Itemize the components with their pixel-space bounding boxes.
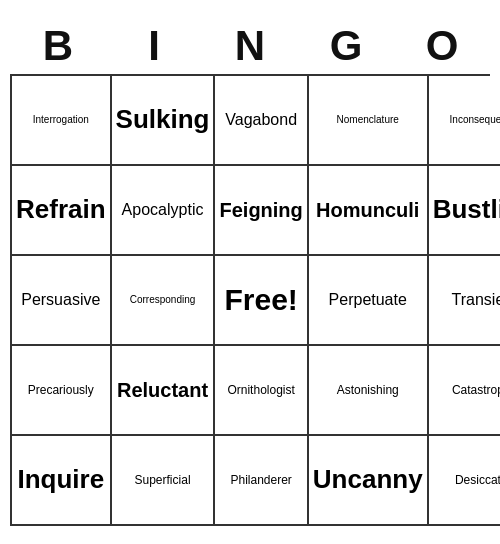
bingo-cell: Homunculi <box>309 166 429 256</box>
bingo-grid: InterrogationSulkingVagabondNomenclature… <box>10 74 490 526</box>
cell-text: Interrogation <box>33 114 89 126</box>
cell-text: Feigning <box>219 198 302 222</box>
cell-text: Ornithologist <box>227 383 294 397</box>
bingo-letter: I <box>106 18 202 74</box>
bingo-cell: Feigning <box>215 166 308 256</box>
cell-text: Homunculi <box>316 198 419 222</box>
bingo-cell: Uncanny <box>309 436 429 526</box>
bingo-cell: Interrogation <box>12 76 112 166</box>
cell-text: Precariously <box>28 383 94 397</box>
cell-text: Bustling <box>433 194 500 225</box>
cell-text: Catastrophe <box>452 383 500 397</box>
bingo-letter: G <box>298 18 394 74</box>
cell-text: Superficial <box>135 473 191 487</box>
bingo-cell: Inconsequential <box>429 76 500 166</box>
bingo-cell: Reluctant <box>112 346 216 436</box>
bingo-cell: Catastrophe <box>429 346 500 436</box>
bingo-card: BINGO InterrogationSulkingVagabondNomenc… <box>10 18 490 526</box>
bingo-cell: Astonishing <box>309 346 429 436</box>
bingo-cell: Refrain <box>12 166 112 256</box>
cell-text: Nomenclature <box>337 114 399 126</box>
cell-text: Astonishing <box>337 383 399 397</box>
bingo-header: BINGO <box>10 18 490 74</box>
bingo-cell: Apocalyptic <box>112 166 216 256</box>
cell-text: Desiccated <box>455 473 500 487</box>
cell-text: Persuasive <box>21 290 100 309</box>
cell-text: Corresponding <box>130 294 196 306</box>
bingo-cell: Vagabond <box>215 76 308 166</box>
bingo-cell: Persuasive <box>12 256 112 346</box>
bingo-cell: Nomenclature <box>309 76 429 166</box>
bingo-cell: Transient <box>429 256 500 346</box>
bingo-cell: Free! <box>215 256 308 346</box>
cell-text: Apocalyptic <box>122 200 204 219</box>
cell-text: Reluctant <box>117 378 208 402</box>
cell-text: Transient <box>452 290 500 309</box>
bingo-cell: Ornithologist <box>215 346 308 436</box>
bingo-cell: Inquire <box>12 436 112 526</box>
bingo-letter: N <box>202 18 298 74</box>
cell-text: Inconsequential <box>450 114 500 126</box>
bingo-cell: Bustling <box>429 166 500 256</box>
bingo-letter: O <box>394 18 490 74</box>
cell-text: Perpetuate <box>329 290 407 309</box>
bingo-cell: Precariously <box>12 346 112 436</box>
cell-text: Uncanny <box>313 464 423 495</box>
cell-text: Vagabond <box>225 110 297 129</box>
cell-text: Refrain <box>16 194 106 225</box>
cell-text: Free! <box>224 282 297 318</box>
bingo-cell: Corresponding <box>112 256 216 346</box>
bingo-cell: Sulking <box>112 76 216 166</box>
cell-text: Philanderer <box>230 473 291 487</box>
bingo-cell: Desiccated <box>429 436 500 526</box>
bingo-cell: Superficial <box>112 436 216 526</box>
cell-text: Inquire <box>17 464 104 495</box>
cell-text: Sulking <box>116 104 210 135</box>
bingo-cell: Philanderer <box>215 436 308 526</box>
bingo-cell: Perpetuate <box>309 256 429 346</box>
bingo-letter: B <box>10 18 106 74</box>
